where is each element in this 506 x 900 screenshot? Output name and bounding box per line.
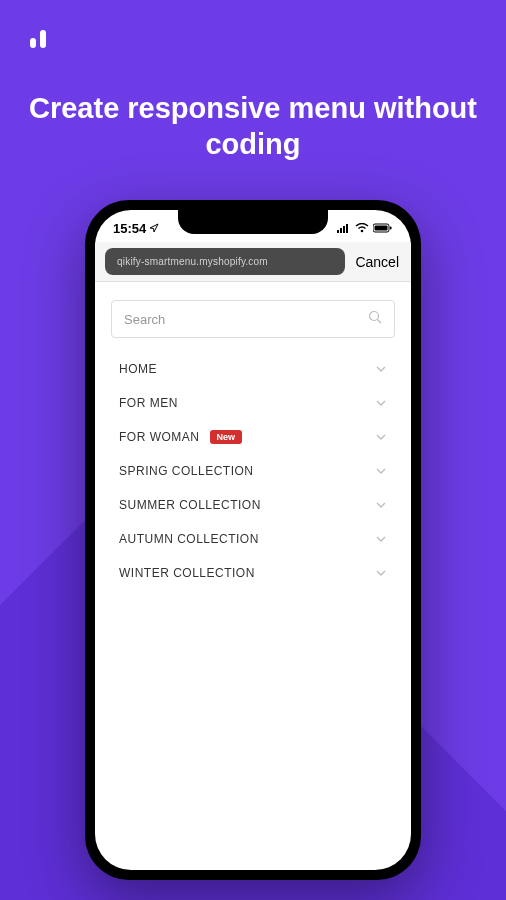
- status-time: 15:54: [113, 221, 146, 236]
- chevron-down-icon: [375, 532, 387, 546]
- svg-rect-2: [337, 230, 339, 233]
- phone-mockup-frame: 15:54: [85, 200, 421, 880]
- menu-item-for-men[interactable]: FOR MEN: [115, 386, 391, 420]
- phone-screen: 15:54: [95, 210, 411, 870]
- chevron-down-icon: [375, 464, 387, 478]
- svg-rect-0: [30, 38, 36, 48]
- wifi-icon: [355, 221, 369, 236]
- search-input[interactable]: Search: [111, 300, 395, 338]
- svg-rect-9: [390, 226, 392, 229]
- headline-text: Create responsive menu without coding: [0, 90, 506, 163]
- page-content: Search HOME: [95, 282, 411, 608]
- svg-line-11: [378, 320, 382, 324]
- location-arrow-icon: [149, 221, 159, 236]
- app-logo-icon: [28, 28, 50, 54]
- svg-rect-1: [40, 30, 46, 48]
- chevron-down-icon: [375, 566, 387, 580]
- menu-item-home[interactable]: HOME: [115, 352, 391, 386]
- svg-rect-3: [340, 228, 342, 233]
- menu-item-label: AUTUMN COLLECTION: [119, 532, 259, 546]
- menu-item-label: SUMMER COLLECTION: [119, 498, 261, 512]
- menu-item-label: FOR MEN: [119, 396, 178, 410]
- svg-rect-5: [346, 224, 348, 233]
- search-placeholder: Search: [124, 312, 165, 327]
- menu-item-label: SPRING COLLECTION: [119, 464, 254, 478]
- new-badge: New: [210, 430, 243, 444]
- menu-item-label: HOME: [119, 362, 157, 376]
- menu-item-for-woman[interactable]: FOR WOMAN New: [115, 420, 391, 454]
- menu-list: HOME FOR MEN FOR WOMAN: [111, 352, 395, 590]
- phone-notch: [178, 210, 328, 234]
- svg-rect-4: [343, 226, 345, 233]
- svg-point-6: [361, 229, 364, 232]
- battery-icon: [373, 221, 393, 236]
- menu-item-winter[interactable]: WINTER COLLECTION: [115, 556, 391, 590]
- chevron-down-icon: [375, 430, 387, 444]
- menu-item-spring[interactable]: SPRING COLLECTION: [115, 454, 391, 488]
- svg-point-10: [370, 312, 379, 321]
- chevron-down-icon: [375, 396, 387, 410]
- signal-icon: [337, 221, 351, 236]
- svg-rect-8: [375, 225, 388, 230]
- browser-address-row: qikify-smartmenu.myshopify.com Cancel: [95, 242, 411, 282]
- url-input[interactable]: qikify-smartmenu.myshopify.com: [105, 248, 345, 275]
- cancel-button[interactable]: Cancel: [353, 250, 401, 274]
- menu-item-label: FOR WOMAN: [119, 430, 200, 444]
- search-icon: [368, 310, 382, 328]
- menu-item-autumn[interactable]: AUTUMN COLLECTION: [115, 522, 391, 556]
- chevron-down-icon: [375, 362, 387, 376]
- menu-item-summer[interactable]: SUMMER COLLECTION: [115, 488, 391, 522]
- chevron-down-icon: [375, 498, 387, 512]
- menu-item-label: WINTER COLLECTION: [119, 566, 255, 580]
